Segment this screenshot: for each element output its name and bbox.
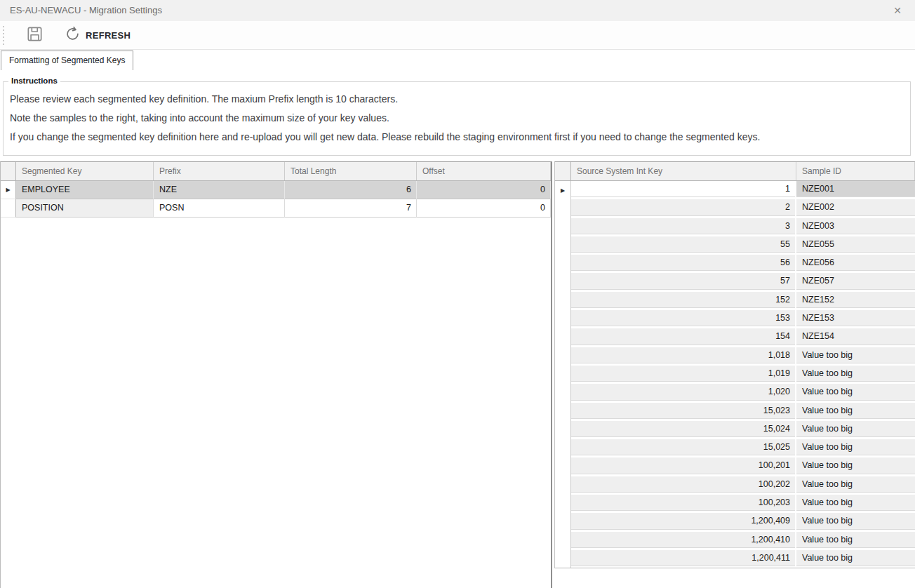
sample-row[interactable]: 56 NZE056: [555, 255, 915, 273]
cell-source-system-int-key[interactable]: 57: [571, 273, 796, 291]
row-selector-cell[interactable]: [555, 384, 571, 402]
cell-sample-id[interactable]: NZE057: [796, 273, 915, 291]
cell-source-system-int-key[interactable]: 100,201: [571, 457, 796, 476]
row-selector-cell[interactable]: [555, 532, 571, 550]
sample-row[interactable]: 100,202 Value too big: [555, 476, 915, 495]
column-header-source-system-int-key[interactable]: Source System Int Key: [571, 162, 796, 180]
row-selector-cell[interactable]: [555, 421, 571, 439]
row-selector-cell[interactable]: [555, 457, 571, 476]
cell-sample-id[interactable]: Value too big: [796, 532, 915, 550]
cell-sample-id[interactable]: NZE002: [796, 199, 915, 218]
sample-row[interactable]: 152 NZE152: [555, 292, 915, 310]
cell-source-system-int-key[interactable]: 15,025: [571, 439, 796, 457]
cell-source-system-int-key[interactable]: 1,018: [571, 347, 796, 366]
sample-row[interactable]: 100,201 Value too big: [555, 457, 915, 476]
sample-row[interactable]: 15,024 Value too big: [555, 421, 915, 439]
refresh-button[interactable]: REFRESH: [60, 23, 135, 47]
sample-row[interactable]: 15,023 Value too big: [555, 403, 915, 421]
row-selector-cell[interactable]: [555, 439, 571, 457]
cell-prefix[interactable]: NZE: [154, 181, 285, 199]
row-selector-cell[interactable]: [555, 236, 571, 255]
cell-source-system-int-key[interactable]: 1,200,409: [571, 513, 796, 531]
sample-row[interactable]: 153 NZE153: [555, 310, 915, 328]
column-header-sample-id[interactable]: Sample ID: [796, 162, 915, 180]
cell-offset[interactable]: 0: [417, 181, 551, 199]
row-selector-cell[interactable]: [555, 403, 571, 421]
cell-source-system-int-key[interactable]: 55: [571, 236, 796, 255]
save-button[interactable]: [21, 23, 48, 47]
row-selector-cell[interactable]: [1, 181, 16, 199]
sample-row[interactable]: 1,200,411 Value too big: [555, 550, 915, 568]
row-selector-cell[interactable]: [555, 292, 571, 310]
cell-sample-id[interactable]: NZE154: [796, 328, 915, 347]
row-selector-cell[interactable]: [555, 476, 571, 495]
cell-source-system-int-key[interactable]: 1: [571, 181, 796, 199]
sample-row[interactable]: 1 NZE001: [555, 181, 915, 199]
sample-row[interactable]: 1,018 Value too big: [555, 347, 915, 366]
cell-sample-id[interactable]: Value too big: [796, 384, 915, 402]
cell-sample-id[interactable]: Value too big: [796, 476, 915, 495]
cell-source-system-int-key[interactable]: 153: [571, 310, 796, 328]
cell-total-length[interactable]: 6: [285, 181, 417, 199]
cell-source-system-int-key[interactable]: 1,020: [571, 384, 796, 402]
close-icon[interactable]: ✕: [887, 0, 908, 21]
column-header-segmented-key[interactable]: Segmented Key: [16, 162, 154, 180]
cell-source-system-int-key[interactable]: 152: [571, 292, 796, 310]
sample-row[interactable]: 57 NZE057: [555, 273, 915, 291]
column-header-total-length[interactable]: Total Length: [285, 162, 417, 180]
cell-segmented-key[interactable]: EMPLOYEE: [16, 181, 154, 199]
cell-sample-id[interactable]: NZE001: [796, 181, 915, 199]
cell-source-system-int-key[interactable]: 3: [571, 218, 796, 236]
row-selector-cell[interactable]: [555, 199, 571, 218]
cell-sample-id[interactable]: Value too big: [796, 347, 915, 366]
cell-sample-id[interactable]: NZE055: [796, 236, 915, 255]
cell-sample-id[interactable]: Value too big: [796, 550, 915, 568]
cell-sample-id[interactable]: Value too big: [796, 366, 915, 384]
row-selector-cell[interactable]: [555, 513, 571, 531]
row-selector-cell[interactable]: [555, 495, 571, 513]
cell-source-system-int-key[interactable]: 100,203: [571, 495, 796, 513]
sample-row[interactable]: 1,020 Value too big: [555, 384, 915, 402]
cell-sample-id[interactable]: NZE152: [796, 292, 915, 310]
cell-total-length[interactable]: 7: [285, 199, 417, 218]
column-header-offset[interactable]: Offset: [417, 162, 551, 180]
cell-segmented-key[interactable]: POSITION: [16, 199, 154, 218]
cell-sample-id[interactable]: Value too big: [796, 403, 915, 421]
row-selector-cell[interactable]: [555, 255, 571, 273]
cell-sample-id[interactable]: Value too big: [796, 439, 915, 457]
cell-sample-id[interactable]: Value too big: [796, 513, 915, 531]
cell-sample-id[interactable]: Value too big: [796, 421, 915, 439]
cell-source-system-int-key[interactable]: 1,200,410: [571, 532, 796, 550]
segmented-key-row[interactable]: POSITION POSN 7 0: [1, 199, 551, 218]
sample-row[interactable]: 2 NZE002: [555, 199, 915, 218]
sample-row[interactable]: 3 NZE003: [555, 218, 915, 236]
cell-source-system-int-key[interactable]: 15,023: [571, 403, 796, 421]
row-selector-cell[interactable]: [555, 218, 571, 236]
cell-sample-id[interactable]: NZE003: [796, 218, 915, 236]
sample-row[interactable]: 154 NZE154: [555, 328, 915, 347]
row-selector-cell[interactable]: [555, 328, 571, 347]
row-selector-cell[interactable]: [555, 273, 571, 291]
toolbar-grip-icon[interactable]: [3, 26, 4, 45]
row-selector-cell[interactable]: [555, 366, 571, 384]
cell-sample-id[interactable]: Value too big: [796, 457, 915, 476]
row-selector-cell[interactable]: [555, 181, 571, 199]
cell-sample-id[interactable]: NZE056: [796, 255, 915, 273]
cell-offset[interactable]: 0: [417, 199, 551, 218]
column-header-prefix[interactable]: Prefix: [154, 162, 285, 180]
tab-formatting-of-segmented-keys[interactable]: Formatting of Segmented Keys: [1, 51, 133, 70]
cell-sample-id[interactable]: NZE153: [796, 310, 915, 328]
sample-row[interactable]: 100,203 Value too big: [555, 495, 915, 513]
cell-source-system-int-key[interactable]: 1,019: [571, 366, 796, 384]
segmented-key-row[interactable]: EMPLOYEE NZE 6 0: [1, 181, 551, 199]
cell-source-system-int-key[interactable]: 1,200,411: [571, 550, 796, 568]
cell-source-system-int-key[interactable]: 15,024: [571, 421, 796, 439]
sample-row[interactable]: 15,025 Value too big: [555, 439, 915, 457]
cell-source-system-int-key[interactable]: 2: [571, 199, 796, 218]
row-selector-cell[interactable]: [1, 199, 16, 218]
cell-source-system-int-key[interactable]: 154: [571, 328, 796, 347]
cell-prefix[interactable]: POSN: [154, 199, 285, 218]
cell-source-system-int-key[interactable]: 100,202: [571, 476, 796, 495]
cell-sample-id[interactable]: Value too big: [796, 495, 915, 513]
cell-source-system-int-key[interactable]: 56: [571, 255, 796, 273]
